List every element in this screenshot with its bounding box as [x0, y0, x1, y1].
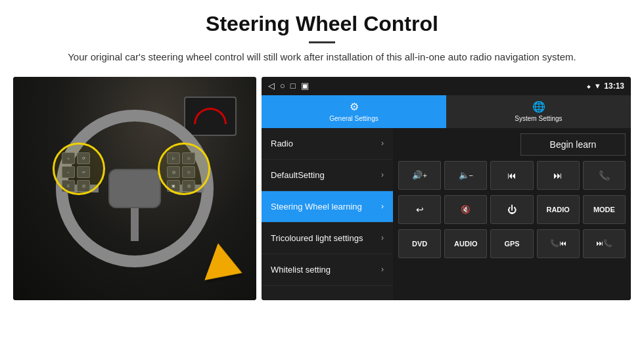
- steering-wheel-panel: + ⟳ − ↩ ≡ ◎ ▷ ◇ ◎ ◇ ▣ ◎: [13, 77, 256, 300]
- mute-button[interactable]: 🔇: [444, 195, 487, 224]
- tab-system-label: System Settings: [515, 115, 562, 122]
- tel-prev-icon: 📞⏮: [550, 239, 566, 248]
- mode-label: MODE: [593, 206, 615, 213]
- prev-track-button[interactable]: ⏮: [490, 161, 533, 190]
- hang-up-icon: ↩: [416, 204, 424, 215]
- general-settings-icon: ⚙: [350, 101, 359, 113]
- screenshot-icon: ▣: [301, 81, 309, 91]
- arrow-indicator: [210, 248, 243, 287]
- control-buttons-row3: DVD AUDIO GPS 📞⏮ ⏭📞: [398, 229, 626, 258]
- menu-item-steering[interactable]: Steering Wheel learning ›: [262, 191, 393, 223]
- menu-item-tricolour[interactable]: Tricoloured light settings ›: [262, 223, 393, 254]
- steering-wheel-hub: [108, 169, 161, 208]
- settings-content: Radio › DefaultSetting › Steering Wheel …: [262, 128, 631, 300]
- menu-default-chevron: ›: [381, 170, 384, 179]
- vol-up-button[interactable]: 🔊+: [398, 161, 441, 190]
- status-bar-right: ⬥ ▾ 13:13: [586, 81, 624, 91]
- hang-up-button[interactable]: ↩: [398, 195, 441, 224]
- audio-label: AUDIO: [454, 240, 477, 248]
- begin-learn-button[interactable]: Begin learn: [520, 133, 626, 156]
- tab-bar: ⚙ General Settings 🌐 System Settings: [262, 95, 631, 128]
- vol-down-icon: 🔈−: [459, 170, 473, 180]
- gauge-arc: [194, 108, 227, 124]
- menu-default-label: DefaultSetting: [271, 170, 325, 180]
- dvd-label: DVD: [412, 240, 427, 248]
- settings-menu: Radio › DefaultSetting › Steering Wheel …: [262, 128, 393, 300]
- gps-button[interactable]: GPS: [490, 229, 533, 258]
- gps-label: GPS: [504, 240, 519, 248]
- vol-down-button[interactable]: 🔈−: [444, 161, 487, 190]
- mute-icon: 🔇: [461, 205, 471, 214]
- highlight-left: [53, 143, 105, 195]
- vol-up-icon: 🔊+: [412, 170, 426, 180]
- header-divider: [309, 41, 335, 43]
- tab-general-label: General Settings: [329, 115, 379, 122]
- tab-system-settings[interactable]: 🌐 System Settings: [446, 95, 631, 128]
- menu-radio-chevron: ›: [381, 139, 384, 148]
- radio-text-label: RADIO: [546, 206, 569, 213]
- status-bar-nav-icons: ◁ ○ □ ▣: [268, 81, 309, 91]
- tel-next-icon: ⏭📞: [596, 239, 612, 248]
- next-track-icon: ⏭: [553, 170, 563, 181]
- status-bar: ◁ ○ □ ▣ ⬥ ▾ 13:13: [262, 77, 631, 95]
- control-buttons-row1: 🔊+ 🔈− ⏮ ⏭ 📞: [398, 161, 626, 190]
- menu-item-whitelist[interactable]: Whitelist setting ›: [262, 254, 393, 286]
- content-area: + ⟳ − ↩ ≡ ◎ ▷ ◇ ◎ ◇ ▣ ◎: [13, 77, 631, 300]
- settings-right-panel: Begin learn 🔊+ 🔈− ⏮: [393, 128, 631, 300]
- page-subtitle: Your original car's steering wheel contr…: [66, 50, 578, 65]
- tel-prev-button[interactable]: 📞⏮: [537, 229, 580, 258]
- power-button[interactable]: ⏻: [490, 195, 533, 224]
- menu-steering-label: Steering Wheel learning: [271, 202, 362, 212]
- recents-icon: □: [290, 81, 296, 91]
- phone-answer-button[interactable]: 📞: [583, 161, 626, 190]
- menu-item-radio[interactable]: Radio ›: [262, 128, 393, 160]
- control-buttons-row2: ↩ 🔇 ⏻ RADIO MODE: [398, 195, 626, 224]
- audio-button[interactable]: AUDIO: [444, 229, 487, 258]
- page-wrapper: Steering Wheel Control Your original car…: [0, 0, 644, 300]
- page-header: Steering Wheel Control Your original car…: [0, 0, 644, 72]
- radio-text-button[interactable]: RADIO: [537, 195, 580, 224]
- prev-track-icon: ⏮: [507, 170, 517, 181]
- highlight-right: [158, 143, 210, 195]
- menu-item-default[interactable]: DefaultSetting ›: [262, 160, 393, 191]
- mode-button[interactable]: MODE: [583, 195, 626, 224]
- menu-radio-label: Radio: [271, 139, 293, 148]
- dvd-button[interactable]: DVD: [398, 229, 441, 258]
- menu-whitelist-chevron: ›: [381, 265, 384, 274]
- menu-tricolour-chevron: ›: [381, 233, 384, 242]
- gauge-hint: [184, 97, 237, 136]
- status-time: 13:13: [604, 81, 624, 91]
- power-icon: ⏻: [507, 204, 517, 215]
- system-settings-icon: 🌐: [532, 101, 545, 113]
- menu-tricolour-label: Tricoloured light settings: [271, 233, 363, 243]
- phone-answer-icon: 📞: [599, 170, 610, 181]
- back-icon: ◁: [268, 81, 275, 91]
- home-icon: ○: [280, 81, 285, 91]
- begin-learn-row: Begin learn: [398, 133, 626, 156]
- menu-steering-chevron: ›: [381, 202, 384, 211]
- arrow-shape: [204, 243, 249, 291]
- page-title: Steering Wheel Control: [26, 12, 618, 36]
- location-icon: ⬥: [586, 81, 591, 91]
- menu-whitelist-label: Whitelist setting: [271, 265, 331, 275]
- wifi-icon: ▾: [595, 81, 600, 91]
- android-panel: ◁ ○ □ ▣ ⬥ ▾ 13:13 ⚙ General Settings: [262, 77, 631, 300]
- tab-general-settings[interactable]: ⚙ General Settings: [262, 95, 446, 128]
- spoke-bottom: [131, 208, 139, 241]
- tel-next-button[interactable]: ⏭📞: [583, 229, 626, 258]
- next-track-button[interactable]: ⏭: [537, 161, 580, 190]
